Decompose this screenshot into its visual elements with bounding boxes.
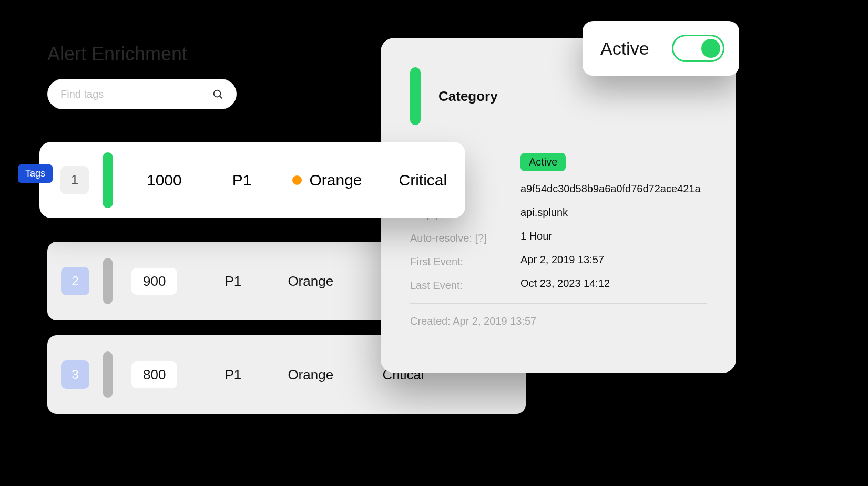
value-auto-resolve: 1 Hour <box>520 230 707 242</box>
label-last-event: Last Event: <box>410 280 515 292</box>
page-title: Alert Enrichment <box>47 43 187 65</box>
detail-footer: Created: Apr 2, 2019 13:57 <box>410 303 707 327</box>
label-first-event: First Event: <box>410 256 515 268</box>
row-color-wrap: Orange <box>292 171 362 189</box>
status-chip: Active <box>520 153 566 171</box>
active-toggle-card: Active <box>583 21 739 76</box>
row-number: 1 <box>60 166 89 194</box>
toggle-thumb <box>701 39 720 58</box>
row-priority: P1 <box>232 171 252 189</box>
row-number: 2 <box>61 267 89 295</box>
active-toggle[interactable] <box>672 35 724 62</box>
row-score: 800 <box>131 361 177 388</box>
row-score: 1000 <box>147 171 182 189</box>
orange-dot-icon <box>292 175 302 185</box>
created-value: Apr 2, 2019 13:57 <box>453 315 536 327</box>
search-input[interactable] <box>60 88 206 100</box>
value-last-event: Oct 23, 2023 14:12 <box>520 277 707 289</box>
row-status-pill <box>103 258 113 304</box>
row-priority: P1 <box>224 367 256 383</box>
value-hash: a9f54dc30d58b9a6a0fd76d72ace421a <box>520 183 707 195</box>
row-color: Orange <box>288 367 361 383</box>
detail-status-pill <box>410 67 421 125</box>
row-status-pill <box>103 152 113 208</box>
row-severity: Critical <box>399 171 447 189</box>
divider <box>410 141 707 141</box>
value-first-event: Apr 2, 2019 13:57 <box>520 254 707 266</box>
alert-row-selected[interactable]: 1 1000 P1 Orange Critical <box>39 142 465 218</box>
label-auto-resolve: Auto-resolve: [?] <box>410 232 515 244</box>
detail-values-column: Active a9f54dc30d58b9a6a0fd76d72ace421a … <box>520 153 707 289</box>
created-label: Created: <box>410 315 453 327</box>
row-color: Orange <box>288 273 361 289</box>
row-priority: P1 <box>224 273 256 289</box>
row-score: 900 <box>131 268 177 295</box>
search-icon <box>212 88 223 100</box>
detail-header: Category <box>410 67 707 141</box>
toggle-label: Active <box>600 38 649 59</box>
search-field-wrap[interactable] <box>47 79 237 109</box>
row-status-pill <box>103 351 113 398</box>
row-number: 3 <box>61 360 89 389</box>
svg-point-0 <box>214 90 221 97</box>
tags-badge: Tags <box>18 164 53 183</box>
svg-line-1 <box>220 96 222 98</box>
detail-title: Category <box>438 88 498 105</box>
row-color: Orange <box>309 171 362 189</box>
value-id: api.splunk <box>520 206 707 219</box>
